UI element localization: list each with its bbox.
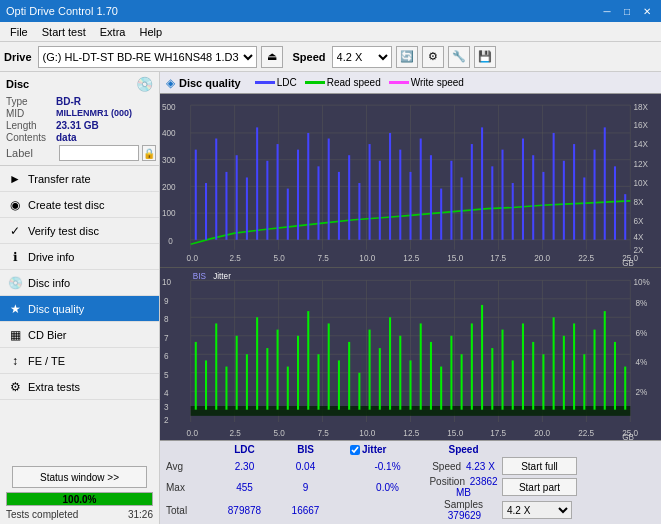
legend-ldc-label: LDC: [277, 77, 297, 88]
svg-text:200: 200: [162, 181, 176, 191]
sidebar-item-verify-test-disc[interactable]: ✓ Verify test disc: [0, 218, 159, 244]
menu-start-test[interactable]: Start test: [36, 24, 92, 40]
close-button[interactable]: ✕: [639, 4, 655, 18]
settings-button1[interactable]: ⚙: [422, 46, 444, 68]
legend-read-speed-color: [305, 81, 325, 84]
chart-title: Disc quality: [179, 77, 241, 89]
charts-container: 500 400 300 200 100 0 18X 16X 14X 12X 10…: [160, 94, 661, 524]
svg-text:8: 8: [164, 313, 169, 324]
menu-help[interactable]: Help: [133, 24, 168, 40]
total-label: Total: [166, 505, 211, 516]
main-layout: Disc 💿 Type BD-R MID MILLENMR1 (000) Len…: [0, 72, 661, 524]
svg-text:17.5: 17.5: [490, 426, 506, 437]
svg-text:5.0: 5.0: [273, 426, 284, 437]
svg-text:10: 10: [162, 276, 171, 287]
eject-button[interactable]: ⏏: [261, 46, 283, 68]
verify-test-label: Verify test disc: [28, 225, 99, 237]
extra-tests-icon: ⚙: [8, 380, 22, 394]
jitter-checkbox-area: Jitter: [350, 444, 425, 455]
legend-write-speed-label: Write speed: [411, 77, 464, 88]
sidebar-item-transfer-rate[interactable]: ► Transfer rate: [0, 166, 159, 192]
menu-file[interactable]: File: [4, 24, 34, 40]
svg-text:17.5: 17.5: [490, 253, 506, 263]
status-window-button[interactable]: Status window >>: [12, 466, 147, 488]
transfer-rate-label: Transfer rate: [28, 173, 91, 185]
svg-text:10X: 10X: [633, 178, 648, 188]
svg-text:0.0: 0.0: [187, 426, 198, 437]
top-chart: 500 400 300 200 100 0 18X 16X 14X 12X 10…: [160, 94, 661, 268]
speed-select[interactable]: 4.2 X 8X 12X: [332, 46, 392, 68]
stats-max-row: Max 455 9 0.0% Position 23862 MB Start p…: [166, 476, 655, 498]
minimize-button[interactable]: ─: [599, 4, 615, 18]
jitter-checkbox[interactable]: [350, 445, 360, 455]
maximize-button[interactable]: □: [619, 4, 635, 18]
svg-text:6%: 6%: [635, 327, 647, 338]
svg-text:6: 6: [164, 350, 169, 361]
mid-key: MID: [6, 108, 56, 119]
sidebar-item-create-test-disc[interactable]: ◉ Create test disc: [0, 192, 159, 218]
contents-key: Contents: [6, 132, 56, 143]
type-value: BD-R: [56, 96, 81, 107]
stats-avg-row: Avg 2.30 0.04 -0.1% Speed 4.23 X Start f…: [166, 457, 655, 475]
sidebar-item-disc-quality[interactable]: ★ Disc quality: [0, 296, 159, 322]
start-full-button[interactable]: Start full: [502, 457, 577, 475]
sidebar-item-cd-bier[interactable]: ▦ CD Bier: [0, 322, 159, 348]
type-key: Type: [6, 96, 56, 107]
svg-text:300: 300: [162, 155, 176, 165]
refresh-button[interactable]: 🔄: [396, 46, 418, 68]
svg-text:12X: 12X: [633, 159, 648, 169]
fe-te-label: FE / TE: [28, 355, 65, 367]
jitter-header: Jitter: [362, 444, 386, 455]
svg-text:5.0: 5.0: [273, 253, 285, 263]
speed-stat-label: Speed 4.23 X: [426, 461, 501, 472]
menu-bar: File Start test Extra Help: [0, 22, 661, 42]
disc-quality-label: Disc quality: [28, 303, 84, 315]
svg-text:12.5: 12.5: [403, 253, 419, 263]
svg-text:10.0: 10.0: [359, 426, 375, 437]
sidebar-item-fe-te[interactable]: ↕ FE / TE: [0, 348, 159, 374]
avg-label: Avg: [166, 461, 211, 472]
app-title: Opti Drive Control 1.70: [6, 5, 118, 17]
sidebar-item-disc-info[interactable]: 💿 Disc info: [0, 270, 159, 296]
stats-ldc-header: LDC: [212, 444, 277, 455]
disc-type-row: Type BD-R: [6, 96, 153, 107]
chart-legend: LDC Read speed Write speed: [255, 77, 464, 88]
status-text: Tests completed: [6, 509, 78, 520]
svg-text:22.5: 22.5: [578, 253, 594, 263]
label-set-button[interactable]: 🔒: [142, 145, 156, 161]
sidebar: Disc 💿 Type BD-R MID MILLENMR1 (000) Len…: [0, 72, 160, 524]
svg-text:4X: 4X: [633, 231, 643, 241]
progress-text: 100.0%: [7, 493, 152, 507]
sidebar-item-extra-tests[interactable]: ⚙ Extra tests: [0, 374, 159, 400]
speed-stat-select[interactable]: 4.2 X: [502, 501, 572, 519]
sidebar-item-drive-info[interactable]: ℹ Drive info: [0, 244, 159, 270]
total-ldc: 879878: [212, 505, 277, 516]
legend-read-speed-label: Read speed: [327, 77, 381, 88]
label-key: Label: [6, 147, 56, 159]
verify-test-icon: ✓: [8, 224, 22, 238]
length-key: Length: [6, 120, 56, 131]
save-button[interactable]: 💾: [474, 46, 496, 68]
sidebar-spacer: [0, 400, 159, 458]
speed-val: 4.23 X: [466, 461, 495, 472]
svg-text:14X: 14X: [633, 139, 648, 149]
drive-info-icon: ℹ: [8, 250, 22, 264]
start-part-button[interactable]: Start part: [502, 478, 577, 496]
legend-ldc-color: [255, 81, 275, 84]
label-input[interactable]: [59, 145, 139, 161]
stats-total-row: Total 879878 16667 Samples 379629 4.2 X: [166, 499, 655, 521]
svg-text:5: 5: [164, 368, 169, 379]
svg-text:9: 9: [164, 295, 169, 306]
disc-length-row: Length 23.31 GB: [6, 120, 153, 131]
svg-text:16X: 16X: [633, 120, 648, 130]
svg-text:100: 100: [162, 208, 176, 218]
bottom-chart: 10 9 8 7 6 5 4 3 2 10% 8% 6% 4% 2%: [160, 268, 661, 441]
drive-select[interactable]: (G:) HL-DT-ST BD-RE WH16NS48 1.D3: [38, 46, 257, 68]
stats-header-row: LDC BIS Jitter Speed: [166, 444, 655, 455]
disc-label-row: Label 🔒: [6, 145, 153, 161]
menu-extra[interactable]: Extra: [94, 24, 132, 40]
create-test-icon: ◉: [8, 198, 22, 212]
svg-text:400: 400: [162, 128, 176, 138]
svg-text:6X: 6X: [633, 216, 643, 226]
settings-button2[interactable]: 🔧: [448, 46, 470, 68]
